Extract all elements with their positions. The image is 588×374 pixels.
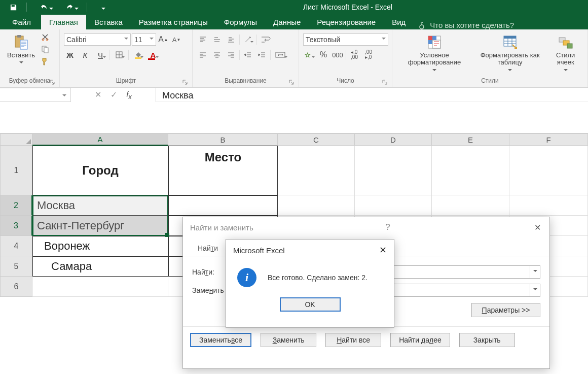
- align-center-icon[interactable]: [211, 49, 223, 61]
- underline-button[interactable]: Ч: [94, 49, 106, 61]
- percent-icon[interactable]: %: [317, 49, 329, 61]
- cell-E2[interactable]: [432, 195, 509, 216]
- copy-icon[interactable]: [39, 44, 51, 55]
- enter-formula-icon[interactable]: ✓: [111, 90, 117, 99]
- dialog-close-icon[interactable]: ✕: [532, 222, 542, 232]
- paste-button[interactable]: Вставить: [4, 31, 38, 67]
- row-header-3[interactable]: 3: [0, 216, 32, 236]
- font-name-combo[interactable]: Calibri: [64, 33, 131, 46]
- cell-A6[interactable]: [32, 277, 168, 297]
- shrink-font-icon[interactable]: A▼: [170, 33, 182, 46]
- tab-review[interactable]: Рецензирование: [309, 15, 384, 29]
- format-painter-icon[interactable]: [39, 56, 51, 67]
- col-header-A[interactable]: A: [32, 133, 168, 146]
- increase-indent-icon[interactable]: [256, 49, 268, 61]
- dialog-help-icon[interactable]: ?: [385, 222, 390, 232]
- fill-color-button[interactable]: [132, 49, 144, 61]
- find-next-button[interactable]: Найти далее: [390, 333, 450, 347]
- align-left-icon[interactable]: [197, 49, 209, 61]
- format-as-table-button[interactable]: Форматировать как таблицу: [473, 31, 546, 75]
- select-all-corner[interactable]: [0, 133, 32, 146]
- font-size-combo[interactable]: 11: [132, 33, 156, 46]
- svg-rect-2: [17, 35, 21, 38]
- increase-decimal-icon[interactable]: ◂,0,00: [348, 49, 360, 61]
- row-header-5[interactable]: 5: [0, 256, 32, 277]
- decrease-decimal-icon[interactable]: ,00▸,0: [362, 49, 375, 61]
- bold-button[interactable]: Ж: [64, 49, 76, 61]
- row-header-1[interactable]: 1: [0, 146, 32, 195]
- fx-icon[interactable]: fx: [126, 90, 131, 100]
- cell-C2[interactable]: [278, 195, 355, 216]
- params-button[interactable]: Параметры >>: [471, 303, 540, 317]
- find-all-button[interactable]: Найти все: [325, 333, 381, 347]
- tab-home[interactable]: Главная: [41, 15, 86, 29]
- comma-icon[interactable]: 000: [332, 49, 344, 61]
- cell-A4[interactable]: Воронеж: [32, 236, 168, 256]
- close-button[interactable]: Закрыть: [459, 333, 515, 347]
- number-format-combo[interactable]: Текстовый: [303, 33, 388, 46]
- name-box[interactable]: [0, 88, 71, 102]
- replace-all-button[interactable]: Заменить все: [190, 333, 251, 347]
- orientation-icon[interactable]: [242, 33, 254, 46]
- save-icon[interactable]: [6, 1, 20, 13]
- col-header-D[interactable]: D: [355, 133, 432, 146]
- wrap-text-icon[interactable]: [259, 33, 274, 46]
- cancel-formula-icon[interactable]: ✕: [95, 90, 101, 99]
- cell-styles-button[interactable]: Стили ячеек: [547, 31, 583, 75]
- tab-view[interactable]: Вид: [384, 15, 414, 29]
- tab-formulas[interactable]: Формулы: [216, 15, 265, 29]
- tab-file[interactable]: Файл: [2, 15, 41, 29]
- clipboard-launcher[interactable]: [49, 79, 55, 85]
- cell-C1[interactable]: [278, 146, 355, 195]
- col-header-E[interactable]: E: [432, 133, 509, 146]
- tell-me[interactable]: Что вы хотите сделать?: [419, 21, 514, 29]
- row-header-2[interactable]: 2: [0, 195, 32, 216]
- tab-find[interactable]: Найти: [190, 241, 226, 256]
- dialog-title: Найти и заменить: [190, 223, 253, 232]
- cell-A3[interactable]: Сакнт-Петербург: [32, 216, 168, 236]
- undo-button[interactable]: [33, 1, 55, 13]
- col-header-C[interactable]: C: [278, 133, 355, 146]
- msgbox-close-icon[interactable]: ✕: [379, 245, 387, 256]
- cell-B2[interactable]: [168, 195, 278, 216]
- align-middle-icon[interactable]: [211, 33, 223, 46]
- cell-D2[interactable]: [355, 195, 432, 216]
- align-launcher[interactable]: [288, 79, 295, 85]
- row-header-4[interactable]: 4: [0, 236, 32, 256]
- borders-button[interactable]: [113, 49, 125, 61]
- grow-font-icon[interactable]: A▲: [157, 33, 169, 46]
- formula-input[interactable]: Москва: [156, 88, 588, 102]
- italic-button[interactable]: К: [79, 49, 91, 61]
- cell-A2[interactable]: Москва: [32, 195, 168, 216]
- merge-center-icon[interactable]: [273, 49, 288, 61]
- tab-data[interactable]: Данные: [265, 15, 309, 29]
- row-header-6[interactable]: 6: [0, 277, 32, 297]
- svg-rect-17: [432, 40, 440, 48]
- cell-F2[interactable]: [509, 195, 588, 216]
- col-header-F[interactable]: F: [509, 133, 588, 146]
- qat-customize[interactable]: [93, 1, 107, 13]
- ok-button[interactable]: OK: [280, 297, 341, 312]
- replace-button[interactable]: Заменить: [261, 333, 316, 347]
- accounting-format-icon[interactable]: ☆: [303, 49, 315, 61]
- cell-E1[interactable]: [432, 146, 509, 195]
- cell-B1[interactable]: Место: [168, 146, 278, 195]
- align-top-icon[interactable]: [197, 33, 209, 46]
- tab-layout[interactable]: Разметка страницы: [131, 15, 216, 29]
- align-bottom-icon[interactable]: [225, 33, 237, 46]
- tab-insert[interactable]: Вставка: [86, 15, 131, 29]
- col-header-B[interactable]: B: [168, 133, 278, 146]
- cell-A1[interactable]: Город: [32, 146, 168, 195]
- redo-button[interactable]: [58, 1, 81, 13]
- cell-D1[interactable]: [355, 146, 432, 195]
- align-right-icon[interactable]: [225, 49, 237, 61]
- font-color-button[interactable]: A: [147, 49, 159, 61]
- svg-point-0: [420, 25, 424, 29]
- cell-F1[interactable]: [509, 146, 588, 195]
- cut-icon[interactable]: [39, 31, 51, 43]
- decrease-indent-icon[interactable]: [242, 49, 254, 61]
- conditional-formatting-button[interactable]: Условное форматирование: [396, 31, 472, 75]
- cell-A5[interactable]: Самара: [32, 256, 168, 277]
- number-launcher[interactable]: [382, 79, 388, 85]
- font-launcher[interactable]: [182, 79, 188, 85]
